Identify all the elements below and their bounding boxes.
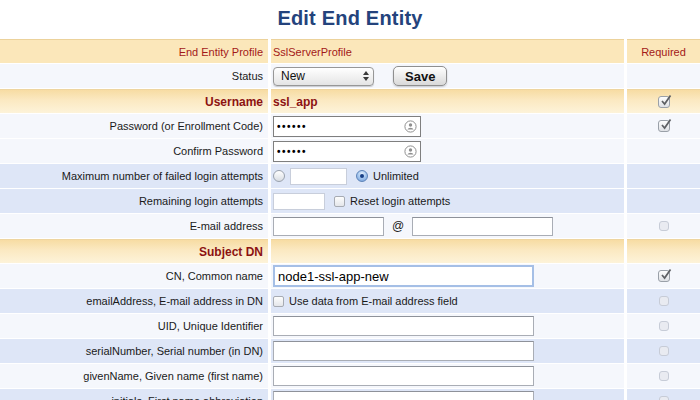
required-checkbox-unchecked [659,371,669,381]
row-username: Username ssl_app [0,89,700,113]
end-entity-profile-value: SslServerProfile [271,39,624,63]
field-label: E-mail address [0,214,268,238]
row-cn: CN, Common name [0,264,700,288]
field-label: Remaining login attempts [0,189,268,213]
required-checkbox-checked [658,270,670,282]
section-header: Subject DN [0,239,268,263]
initials-input[interactable] [273,391,534,400]
row-given-name: givenName, Given name (first name) [0,364,700,388]
required-checkbox-checked [658,120,670,132]
row-serial-number: serialNumber, Serial number (in DN) [0,339,700,363]
row-uid: UID, Unique Identifier [0,314,700,338]
required-column-header: Required [627,39,700,63]
field-label: serialNumber, Serial number (in DN) [0,339,268,363]
select-stepper-icon [363,71,369,81]
max-logins-unlimited-radio[interactable] [356,170,368,182]
status-select[interactable]: New [273,67,374,86]
contact-autofill-icon[interactable] [404,145,417,158]
required-checkbox-unchecked [659,221,669,231]
remaining-logins-input[interactable] [273,193,325,210]
row-remaining-logins: Remaining login attempts Reset login att… [0,189,700,213]
at-symbol: @ [389,219,407,233]
field-label: Confirm Password [0,139,268,163]
field-label: initials, First name abbreviation [0,389,268,400]
serial-number-input[interactable] [273,341,534,361]
required-checkbox-checked [658,96,670,108]
contact-autofill-icon[interactable] [404,120,417,133]
status-select-value: New [281,69,305,83]
cn-input[interactable] [273,265,534,287]
save-button[interactable]: Save [393,66,447,86]
field-label: Username [0,89,268,113]
row-end-entity-profile: End Entity Profile SslServerProfile Requ… [0,39,700,63]
end-entity-form: End Entity Profile SslServerProfile Requ… [0,39,700,400]
use-email-data-label: Use data from E-mail address field [289,295,458,307]
required-checkbox-unchecked [659,396,669,400]
row-email-dn: emailAddress, E-mail address in DN Use d… [0,289,700,313]
field-label: emailAddress, E-mail address in DN [0,289,268,313]
row-email: E-mail address @ [0,214,700,238]
email-local-input[interactable] [273,217,384,236]
checkmark-icon [659,117,673,131]
reset-login-attempts-checkbox[interactable] [334,196,345,207]
given-name-input[interactable] [273,366,534,386]
field-label: Status [0,64,268,88]
field-label: CN, Common name [0,264,268,288]
checkmark-icon [659,267,673,281]
row-max-failed-logins: Maximum number of failed login attempts … [0,164,700,188]
row-confirm-password: Confirm Password [0,139,700,163]
required-checkbox-unchecked [659,321,669,331]
email-domain-input[interactable] [412,217,553,236]
field-label: UID, Unique Identifier [0,314,268,338]
required-checkbox-unchecked [659,296,669,306]
password-input[interactable] [273,116,421,137]
confirm-password-input[interactable] [273,141,421,162]
row-subject-dn-header: Subject DN [0,239,700,263]
use-email-data-checkbox[interactable] [273,296,284,307]
field-label: givenName, Given name (first name) [0,364,268,388]
required-checkbox-unchecked [659,346,669,356]
unlimited-label: Unlimited [373,170,419,182]
checkmark-icon [659,93,673,107]
field-label: Maximum number of failed login attempts [0,164,268,188]
field-label: End Entity Profile [0,39,268,63]
row-password: Password (or Enrollment Code) [0,114,700,138]
uid-input[interactable] [273,316,534,336]
row-status: Status New Save [0,64,700,88]
username-value: ssl_app [271,89,624,113]
max-logins-input[interactable] [290,168,347,185]
max-logins-custom-radio[interactable] [273,170,285,182]
page-title: Edit End Entity [0,0,700,39]
field-label: Password (or Enrollment Code) [0,114,268,138]
row-initials: initials, First name abbreviation [0,389,700,400]
reset-login-attempts-label: Reset login attempts [350,195,450,207]
